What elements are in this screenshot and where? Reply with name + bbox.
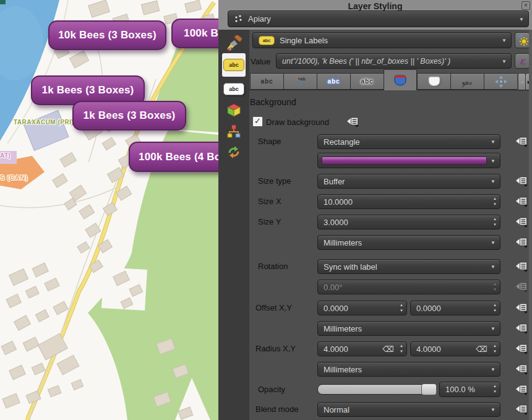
sidebar-item-history[interactable] [222, 142, 246, 162]
size-type-label: Size type [258, 174, 317, 189]
data-defined-override-button[interactable] [514, 342, 530, 356]
offset-x-spinbox[interactable]: 0.0000 ▲▼ [317, 301, 407, 315]
sidebar-item-diagrams[interactable] [222, 121, 246, 141]
history-arrows-icon [226, 145, 241, 160]
value-expression-combobox[interactable]: unt"/1000), 'k Bees (' || nbr_of_boxes |… [276, 53, 512, 69]
chevron-down-icon: ▼ [491, 407, 496, 413]
tab-mask[interactable]: abc [350, 73, 384, 90]
rotation-label: Rotation [258, 259, 317, 274]
opacity-spinbox[interactable]: 100.0 % ▲▼ [439, 382, 500, 397]
sidebar-item-3d-view[interactable] [222, 100, 246, 120]
spinner-arrows-icon[interactable]: ▲▼ [400, 302, 403, 314]
tab-text[interactable]: abc [250, 73, 283, 90]
expression-text: unt"/1000), 'k Bees (' || nbr_of_boxes |… [282, 57, 450, 66]
data-defined-override-icon [515, 216, 529, 228]
map-basemap [0, 0, 218, 420]
clear-value-icon[interactable]: ⌫ [383, 345, 394, 354]
point-layer-icon [234, 14, 244, 24]
layer-styling-panel: Layer Styling × Apiary ▼ ab [218, 0, 532, 420]
opacity-slider[interactable] [317, 384, 437, 395]
layer-selector-combobox[interactable]: Apiary ▼ [228, 11, 529, 27]
data-defined-override-button[interactable] [345, 115, 361, 129]
draw-background-checkbox[interactable] [252, 116, 263, 127]
offset-units-value: Millimeters [324, 324, 362, 333]
section-heading: Background [250, 95, 374, 109]
size-units-combobox[interactable]: Millimeters ▼ [317, 235, 500, 250]
auto-apply-gear-icon [517, 35, 528, 46]
blend-mode-combobox[interactable]: Normal ▼ [317, 402, 500, 417]
size-y-spinbox[interactable]: 3.0000 ▲▼ [317, 215, 500, 229]
chevron-down-icon: ▼ [519, 16, 524, 22]
data-defined-override-button [514, 280, 530, 294]
spinner-arrows-icon[interactable]: ▲▼ [493, 384, 497, 395]
tab-shadow[interactable] [417, 73, 450, 90]
labeling-mode-combobox[interactable]: abc Single Labels ▼ [252, 32, 512, 48]
labeling-mode-value: Single Labels [280, 36, 328, 45]
shape-combobox[interactable]: Rectangle ▼ [317, 134, 500, 149]
panel-title: Layer Styling [218, 1, 532, 11]
spinner-arrows-icon[interactable]: ▲▼ [493, 302, 497, 314]
chevron-down-icon: ▼ [491, 139, 496, 145]
data-defined-override-button[interactable] [514, 174, 530, 188]
data-defined-override-button[interactable] [514, 236, 530, 249]
layer-name: Apiary [248, 14, 271, 24]
shadow-shield-icon [427, 75, 442, 88]
spinner-arrows-icon[interactable]: ▲▼ [493, 216, 497, 228]
tab-callouts[interactable]: abc [450, 73, 484, 90]
data-defined-override-button[interactable] [514, 383, 530, 396]
street-label: AT) [0, 152, 11, 159]
rotation-angle-value: 0.00° [324, 283, 343, 292]
tab-formatting[interactable]: ++ab < c [283, 73, 317, 90]
expression-builder-button[interactable]: ε [515, 53, 530, 69]
data-defined-override-button[interactable] [514, 195, 530, 208]
opacity-slider-handle[interactable] [421, 384, 437, 395]
map-canvas[interactable]: TARAXACUM (PRI) AT) S (CAN) 10k Bees (3 … [0, 0, 218, 420]
data-defined-override-button[interactable] [514, 135, 530, 148]
sidebar-item-labels[interactable]: abc [222, 53, 246, 77]
rotation-mode-combobox[interactable]: Sync with label ▼ [317, 259, 500, 274]
sidebar-item-masks[interactable]: abc [222, 79, 246, 99]
spinner-arrows-icon[interactable]: ▲▼ [493, 343, 497, 354]
blend-mode-value: Normal [324, 405, 350, 414]
draw-background-label: Draw background [266, 115, 353, 130]
data-defined-override-icon [515, 343, 529, 354]
labels-icon: abc [223, 59, 244, 71]
size-units-value: Millimeters [324, 238, 362, 247]
tab-buffer[interactable]: abc [317, 73, 350, 90]
chevron-down-icon: ▼ [491, 240, 496, 246]
shape-label: Shape [258, 134, 317, 149]
close-icon[interactable]: × [521, 1, 530, 10]
data-defined-override-button[interactable] [514, 215, 530, 229]
rotation-mode-value: Sync with label [324, 262, 377, 272]
size-x-spinbox[interactable]: 10.0000 ▲▼ [317, 194, 500, 209]
chevron-down-icon: ▼ [491, 158, 496, 163]
radius-x-spinbox[interactable]: 4.0000 ⌫ ▲▼ [317, 341, 407, 356]
data-defined-override-button[interactable] [514, 301, 530, 315]
size-type-combobox[interactable]: Buffer ▼ [317, 174, 500, 189]
map-feature-label: 1k Bees (3 Boxes) [72, 101, 186, 131]
live-update-button[interactable] [515, 32, 530, 48]
offset-y-spinbox[interactable]: 0.0000 ▲▼ [410, 301, 500, 315]
chevron-down-icon: ▼ [491, 367, 496, 372]
tab-placement[interactable] [484, 73, 517, 90]
data-defined-override-button[interactable] [514, 362, 530, 376]
tab-background[interactable] [384, 69, 417, 90]
data-defined-override-button[interactable] [514, 322, 530, 335]
blend-mode-label: Blend mode [255, 402, 314, 417]
spinner-arrows-icon[interactable]: ▲▼ [400, 343, 403, 354]
radius-units-combobox[interactable]: Millimeters ▼ [317, 362, 500, 377]
size-x-value: 10.0000 [324, 197, 353, 207]
fill-symbol-combobox[interactable]: ▼ [317, 153, 500, 168]
clear-value-icon[interactable]: ⌫ [476, 345, 487, 354]
sidebar-item-symbology[interactable] [222, 33, 246, 53]
panel-scrollbar[interactable] [529, 30, 532, 420]
radius-y-spinbox[interactable]: 4.0000 ⌫ ▲▼ [410, 341, 500, 356]
data-defined-override-icon [515, 237, 529, 248]
radius-x-value: 4.0000 [324, 345, 348, 354]
qgis-window: TARAXACUM (PRI) AT) S (CAN) 10k Bees (3 … [0, 0, 532, 420]
data-defined-override-button[interactable] [514, 260, 530, 273]
data-defined-override-button[interactable] [514, 403, 530, 416]
offset-units-combobox[interactable]: Millimeters ▼ [317, 321, 500, 336]
spinner-arrows-icon[interactable]: ▲▼ [493, 196, 497, 207]
radius-label: Radius X,Y [255, 341, 314, 356]
